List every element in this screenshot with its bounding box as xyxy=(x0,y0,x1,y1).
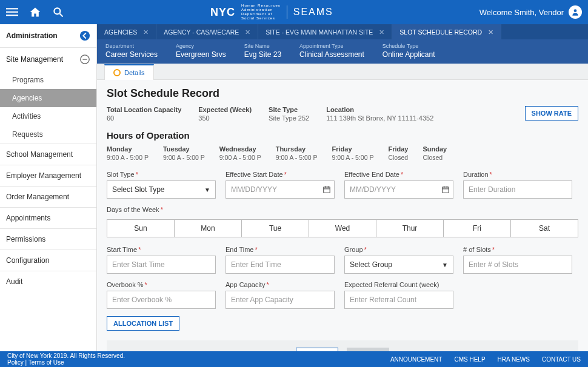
group-label: Group xyxy=(344,246,363,253)
tab-details[interactable]: Details xyxy=(104,64,154,80)
slot-type-select[interactable]: Select Slot Type▼ xyxy=(107,180,216,199)
action-bar: EXIT SUBMIT xyxy=(107,340,578,351)
eff-start-label: Effective Start Date xyxy=(226,171,283,178)
duration-label: Duration xyxy=(463,171,489,178)
sidebar-item-programs[interactable]: Programs xyxy=(0,71,96,89)
sidebar-site-management[interactable]: Site Management xyxy=(0,48,96,71)
contact-us-link[interactable]: CONTACT US xyxy=(542,356,581,363)
breadcrumb-tabs: AGENCIES ✕ AGENCY - CAS/WECARE ✕ SITE - … xyxy=(97,24,588,39)
sidebar-configuration[interactable]: Configuration xyxy=(0,250,96,271)
day-wed[interactable]: Wed xyxy=(309,220,376,237)
svg-rect-0 xyxy=(6,8,18,9)
context-site-value: Evg Site 23 xyxy=(244,50,281,59)
days-of-week-selector: Sun Mon Tue Wed Thur Fri Sat xyxy=(107,219,578,237)
close-icon[interactable]: ✕ xyxy=(143,28,149,36)
cms-help-link[interactable]: CMS HELP xyxy=(454,356,485,363)
tab-agencies[interactable]: AGENCIES ✕ xyxy=(97,24,156,39)
context-agency-value: Evergreen Srvs xyxy=(176,50,226,59)
context-sched-value: Online Applicant xyxy=(383,50,435,59)
duration-input[interactable] xyxy=(463,180,572,199)
home-icon[interactable] xyxy=(29,6,41,18)
start-time-input[interactable] xyxy=(107,256,216,274)
end-time-input[interactable] xyxy=(226,256,335,274)
day-tue[interactable]: Tue xyxy=(242,220,309,237)
welcome-user[interactable]: Welcome Smith, Vendor xyxy=(479,5,582,19)
context-dept-value: Career Services xyxy=(105,50,158,59)
user-avatar-icon[interactable] xyxy=(569,5,582,19)
referral-count-input[interactable] xyxy=(344,291,453,309)
status-dot-icon xyxy=(113,69,121,76)
sidebar-school-management[interactable]: School Management xyxy=(0,144,96,165)
slots-label: # of Slots xyxy=(463,246,491,253)
context-appt-label: Appointment Type xyxy=(299,43,364,49)
sidebar-order-management[interactable]: Order Management xyxy=(0,187,96,208)
hours-title: Hours of Operation xyxy=(107,130,578,141)
show-rate-button[interactable]: SHOW RATE xyxy=(525,106,578,121)
day-sat[interactable]: Sat xyxy=(511,220,578,237)
tab-slot-schedule[interactable]: SLOT SCHEDULE RECORD ✕ xyxy=(392,24,501,39)
svg-point-5 xyxy=(574,9,577,12)
tab-site[interactable]: SITE - EVG MAIN MANHATTAN SITE ✕ xyxy=(258,24,392,39)
app-footer: City of New York 2019. All Rights Reserv… xyxy=(0,351,588,367)
end-time-label: End Time xyxy=(226,246,253,253)
svg-point-6 xyxy=(80,31,90,41)
announcement-link[interactable]: ANNOUNCEMENT xyxy=(390,356,443,363)
svg-rect-2 xyxy=(6,15,18,16)
menu-icon[interactable] xyxy=(6,6,18,18)
context-agency-label: Agency xyxy=(176,43,226,49)
overbook-input[interactable] xyxy=(107,291,216,309)
policy-link[interactable]: Policy xyxy=(7,359,24,366)
group-select[interactable]: Select Group▼ xyxy=(344,256,453,274)
eff-end-input[interactable] xyxy=(344,180,453,199)
dow-label: Days of the Week xyxy=(107,206,159,213)
site-type-value: Site Type 252 xyxy=(269,114,309,122)
svg-line-4 xyxy=(60,14,63,17)
close-icon[interactable]: ✕ xyxy=(488,28,493,36)
terms-link[interactable]: Terms of Use xyxy=(28,359,64,366)
sidebar: Administration Site Management Programs … xyxy=(0,24,97,351)
svg-point-3 xyxy=(54,8,60,14)
eff-start-input[interactable] xyxy=(226,180,335,199)
caret-down-icon: ▼ xyxy=(442,262,448,268)
sidebar-appointments[interactable]: Appointments xyxy=(0,208,96,229)
day-mon[interactable]: Mon xyxy=(175,220,242,237)
sidebar-audit[interactable]: Audit xyxy=(0,271,96,292)
minus-circle-icon xyxy=(79,54,90,65)
sidebar-sitemgmt-label: Site Management xyxy=(6,55,63,64)
search-icon[interactable] xyxy=(52,6,64,18)
context-site-label: Site Name xyxy=(244,43,281,49)
day-sun[interactable]: Sun xyxy=(107,220,175,237)
referral-count-label: Expected Referral Count (week) xyxy=(344,281,453,288)
day-thu[interactable]: Thur xyxy=(376,220,444,237)
sidebar-administration[interactable]: Administration xyxy=(0,24,96,47)
sidebar-permissions[interactable]: Permissions xyxy=(0,229,96,250)
sidebar-employer-management[interactable]: Employer Management xyxy=(0,165,96,187)
app-header: NYC Human Resources Administration Depar… xyxy=(0,0,588,24)
sidebar-item-requests[interactable]: Requests xyxy=(0,125,96,144)
context-appt-value: Clinical Assessment xyxy=(299,50,364,59)
detail-tabs: Details xyxy=(97,64,588,80)
location-value: 111 139th St Bronx, NY 11111-4352 xyxy=(326,114,433,122)
close-icon[interactable]: ✕ xyxy=(379,28,384,36)
app-capacity-input[interactable] xyxy=(226,291,335,309)
tab-agency[interactable]: AGENCY - CAS/WECARE ✕ xyxy=(156,24,258,39)
slot-type-label: Slot Type xyxy=(107,171,135,178)
hra-news-link[interactable]: HRA NEWS xyxy=(498,356,530,363)
chevron-left-icon xyxy=(79,30,90,41)
overbook-label: Overbook % xyxy=(107,281,144,288)
close-icon[interactable]: ✕ xyxy=(245,28,250,36)
context-sched-label: Schedule Type xyxy=(383,43,435,49)
page-title: Slot Schedule Record xyxy=(107,87,578,100)
start-time-label: Start Time xyxy=(107,246,137,253)
allocation-list-button[interactable]: ALLOCATION LIST xyxy=(107,316,179,331)
slots-input[interactable] xyxy=(463,256,572,274)
sidebar-item-activities[interactable]: Activities xyxy=(0,107,96,125)
sidebar-item-agencies[interactable]: Agencies xyxy=(0,89,96,107)
day-fri[interactable]: Fri xyxy=(444,220,511,237)
total-capacity-value: 60 xyxy=(107,114,181,122)
context-bar: DepartmentCareer Services AgencyEvergree… xyxy=(97,39,588,64)
expected-week-value: 350 xyxy=(198,114,252,122)
app-logo: NYC Human Resources Administration Depar… xyxy=(210,4,333,21)
expected-week-label: Expected (Week) xyxy=(198,106,252,113)
app-name: SEAMS xyxy=(293,7,333,18)
